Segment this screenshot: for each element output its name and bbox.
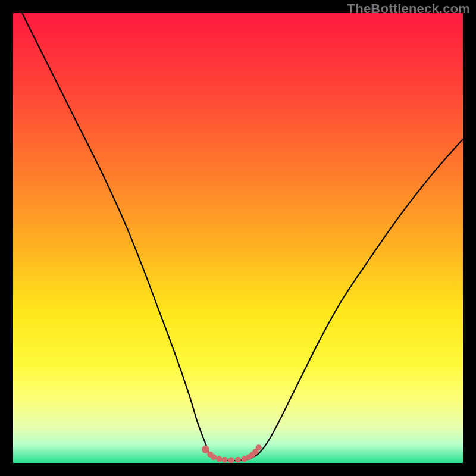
highlight-dot — [216, 456, 222, 462]
chart-stage: TheBottleneck.com — [0, 0, 476, 476]
highlight-dot — [228, 457, 234, 463]
highlight-dot — [221, 457, 227, 463]
highlight-dot — [256, 444, 262, 450]
marker-group — [202, 444, 262, 463]
watermark-text: TheBottleneck.com — [347, 1, 470, 17]
highlight-dot — [211, 454, 217, 460]
plot-area — [13, 13, 463, 463]
highlight-dot — [235, 457, 241, 463]
bottleneck-curve — [22, 13, 463, 461]
curve-layer — [13, 13, 463, 463]
